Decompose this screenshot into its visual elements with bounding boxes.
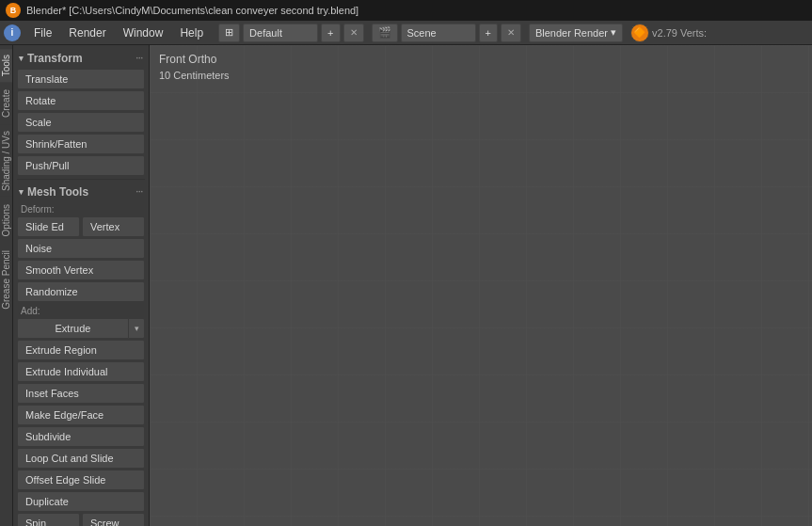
divider-1: [17, 179, 145, 180]
translate-btn[interactable]: Translate: [17, 69, 145, 89]
scene-icon[interactable]: 🎬: [372, 24, 398, 42]
engine-selector: Blender Render ▾: [529, 24, 623, 42]
title-bar: B Blender* [C:\Users\CindyM\Documents\cl…: [0, 0, 812, 21]
viewport-orientation: Front Ortho: [159, 53, 216, 66]
main-layout: Tools Create Shading / UVs Options Greas…: [0, 45, 812, 526]
left-tabs: Tools Create Shading / UVs Options Greas…: [0, 45, 13, 526]
menu-render[interactable]: Render: [61, 24, 113, 41]
close-workspace-btn[interactable]: ✕: [343, 24, 364, 42]
workspace-selector: ⊞ Default + ✕: [218, 24, 363, 42]
extrude-dropdown-arrow[interactable]: ▾: [128, 318, 145, 339]
scene-selector: 🎬 Scene + ✕: [372, 24, 521, 42]
extrude-individual-btn[interactable]: Extrude Individual: [17, 361, 145, 382]
screw-btn[interactable]: Screw: [82, 513, 145, 526]
add-scene-btn[interactable]: +: [479, 24, 498, 42]
menu-window[interactable]: Window: [116, 24, 171, 41]
push-pull-btn[interactable]: Push/Pull: [17, 155, 145, 176]
subdivide-btn[interactable]: Subdivide: [17, 426, 145, 447]
workspace-dropdown[interactable]: Default: [243, 24, 318, 42]
transform-section-label: Transform: [27, 52, 83, 65]
extrude-region-btn[interactable]: Extrude Region: [17, 340, 145, 360]
tab-tools[interactable]: Tools: [0, 49, 12, 82]
loop-cut-slide-btn[interactable]: Loop Cut and Slide: [17, 448, 145, 469]
window-title: Blender* [C:\Users\CindyM\Documents\clea…: [26, 5, 358, 16]
scene-dropdown[interactable]: Scene: [401, 24, 476, 42]
tab-grease-pencil[interactable]: Grease Pencil: [0, 245, 12, 315]
mesh-tools-section-header[interactable]: ▾ Mesh Tools ···: [13, 183, 149, 201]
close-scene-btn[interactable]: ✕: [501, 24, 521, 42]
tab-shading-uvs[interactable]: Shading / UVs: [0, 125, 12, 197]
deform-label: Deform:: [13, 201, 149, 215]
slide-edge-btn[interactable]: Slide Ed: [17, 216, 80, 237]
spin-screw-row: Spin Screw: [17, 513, 145, 526]
mesh-tools-section-label: Mesh Tools: [27, 185, 88, 199]
info-icon: i: [4, 24, 21, 41]
screen-layout-icon[interactable]: ⊞: [218, 24, 240, 42]
smooth-vertex-btn[interactable]: Smooth Vertex: [17, 260, 145, 280]
shrink-fatten-btn[interactable]: Shrink/Fatten: [17, 134, 145, 154]
rotate-btn[interactable]: Rotate: [17, 90, 145, 111]
add-label: Add:: [13, 303, 149, 317]
tab-options[interactable]: Options: [0, 199, 12, 242]
tab-create[interactable]: Create: [0, 84, 12, 123]
version-label: v2.79: [652, 27, 677, 39]
menu-bar: i File Render Window Help ⊞ Default + ✕ …: [0, 21, 812, 45]
viewport-scale: 10 Centimeters: [159, 70, 230, 81]
blender-logo-right: 🔶 v2.79 Verts:: [630, 24, 707, 42]
slide-vertex-row: Slide Ed Vertex: [17, 216, 145, 237]
engine-dropdown[interactable]: Blender Render ▾: [529, 24, 623, 42]
extrude-row: Extrude ▾: [17, 318, 145, 339]
randomize-btn[interactable]: Randomize: [17, 281, 145, 302]
duplicate-btn[interactable]: Duplicate: [17, 491, 145, 512]
scale-btn[interactable]: Scale: [17, 112, 145, 133]
viewport-grid: [150, 45, 812, 526]
viewport[interactable]: Front Ortho 10 Centimeters: [150, 45, 812, 526]
offset-edge-slide-btn[interactable]: Offset Edge Slide: [17, 470, 145, 490]
verts-label: Verts:: [680, 27, 707, 39]
vertex-btn[interactable]: Vertex: [82, 216, 145, 237]
noise-btn[interactable]: Noise: [17, 238, 145, 259]
blender-logo-btn[interactable]: 🔶: [630, 24, 649, 42]
menu-file[interactable]: File: [26, 24, 59, 41]
menu-help[interactable]: Help: [172, 24, 211, 41]
tools-panel: ▾ Transform ··· Translate Rotate Scale S…: [13, 45, 150, 526]
blender-logo-icon: B: [6, 3, 21, 18]
inset-faces-btn[interactable]: Inset Faces: [17, 383, 145, 404]
transform-section-header[interactable]: ▾ Transform ···: [13, 49, 149, 68]
extrude-btn[interactable]: Extrude: [17, 318, 128, 339]
add-workspace-btn[interactable]: +: [321, 24, 340, 42]
spin-btn[interactable]: Spin: [17, 513, 80, 526]
make-edge-face-btn[interactable]: Make Edge/Face: [17, 405, 145, 425]
